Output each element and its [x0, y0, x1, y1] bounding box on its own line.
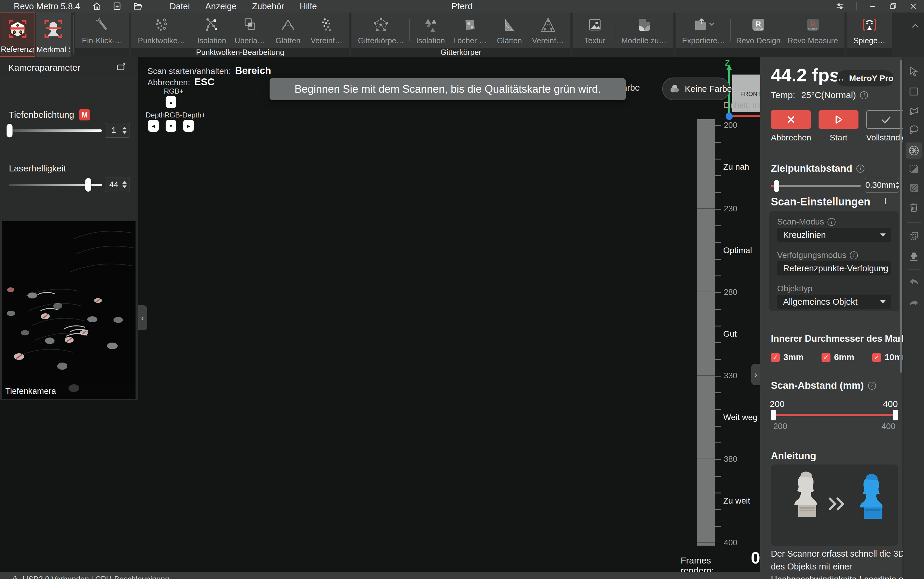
meter-zone: Weit weg	[723, 413, 758, 422]
sphere-select-icon[interactable]	[906, 142, 922, 159]
depth-camera-preview: Tiefenkamera	[2, 221, 135, 399]
laser-brightness-slider-handle[interactable]	[85, 178, 91, 192]
rectangle-select-icon[interactable]	[908, 85, 920, 98]
polygon-select-icon[interactable]	[908, 105, 920, 117]
right-panel-expand-handle[interactable]: ›	[751, 364, 760, 385]
x-icon	[786, 114, 796, 124]
stepper-icon[interactable]	[122, 127, 127, 134]
referenzpunkte-icon	[8, 13, 28, 45]
menu-zubehoer[interactable]: Zubehör	[252, 2, 284, 11]
undock-icon[interactable]	[116, 61, 127, 73]
ribbon-collapse-icon[interactable]	[911, 23, 919, 29]
range-min-handle[interactable]	[771, 410, 776, 420]
stepper-icon[interactable]	[895, 182, 900, 189]
checkbox-checked-icon	[872, 353, 881, 362]
ribbon-item-revo-design[interactable]: RDESIGN Revo Design	[732, 15, 784, 45]
collapse-section-icon[interactable]	[885, 198, 886, 203]
merge-models-icon	[636, 15, 652, 34]
object-type-dropdown[interactable]: Allgemeines Objekt	[777, 294, 891, 309]
marker-3mm-checkbox[interactable]: 3mm	[771, 352, 803, 362]
left-panel-collapse-handle[interactable]: ‹	[138, 305, 147, 330]
ribbon-item-isolation-mesh[interactable]: Isolation	[411, 15, 450, 45]
delete-selection-icon[interactable]	[908, 201, 920, 213]
ribbon-item-punktwolke[interactable]: Punktwolke…	[134, 15, 189, 45]
meter-zone: Zu weit	[723, 496, 750, 505]
ribbon-item-spiegeln[interactable]: Spiege…	[850, 15, 889, 45]
ribbon-item-ueberlappung[interactable]: Überla…	[231, 15, 269, 45]
meter-bound: 280	[724, 288, 737, 297]
info-icon[interactable]	[850, 251, 858, 259]
ribbon-item-glaetten-mesh[interactable]: Glätten	[490, 15, 528, 45]
target-distance-value[interactable]: 0.30mm	[865, 178, 899, 193]
home-icon[interactable]	[92, 2, 101, 11]
info-icon[interactable]	[856, 165, 864, 173]
new-file-icon[interactable]	[112, 2, 122, 11]
ribbon-item-loecher[interactable]: Löcher …	[450, 15, 490, 45]
meter-zone: Zu nah	[723, 162, 749, 172]
ribbon-item-ein-klick[interactable]: Ein-Klick-…	[78, 15, 126, 45]
cancel-scan-button[interactable]	[771, 110, 811, 129]
depth-exposure-value[interactable]: 1	[105, 123, 130, 138]
close-button[interactable]	[909, 2, 917, 10]
range-min-sub: 200	[773, 422, 787, 431]
scan-range-slider[interactable]	[771, 414, 898, 416]
ribbon-item-textur[interactable]: Textur	[576, 15, 614, 45]
ribbon-item-vereinfachen-mesh[interactable]: Vereinf…	[528, 15, 567, 45]
stepper-icon[interactable]	[122, 181, 127, 188]
deselect-icon[interactable]	[908, 182, 920, 195]
panel-settings-icon[interactable]	[836, 2, 844, 11]
laser-brightness-value[interactable]: 44	[105, 177, 130, 192]
depth-exposure-slider-handle[interactable]	[7, 124, 13, 137]
device-button[interactable]: ↔ MetroY Pro	[836, 70, 894, 87]
toggle-option-keine-farbe[interactable]: Keine Farbe	[662, 77, 730, 100]
app-title: Revo Metro 5.8.4	[14, 2, 80, 11]
redo-icon[interactable]	[908, 298, 920, 310]
brush-select-icon[interactable]	[908, 250, 920, 262]
menu-anzeige[interactable]: Anzeige	[205, 2, 236, 11]
undo-icon[interactable]	[908, 276, 920, 289]
scan-settings-card: Scan-Modus Kreuzlinien Verfolgungsmodus …	[769, 211, 899, 311]
depth-exposure-slider[interactable]	[9, 129, 102, 132]
statusbar-text: USB3.0 Verbunden | CPU-Beschleunigung	[23, 574, 169, 579]
target-distance-title: Zielpunktabstand	[771, 163, 864, 174]
target-distance-slider-handle[interactable]	[774, 180, 779, 192]
scanned-bust-image	[860, 474, 883, 519]
restore-button[interactable]	[889, 2, 897, 10]
simplify-points-icon	[318, 15, 335, 34]
key-label-rgb-minus: RGB-	[165, 111, 182, 119]
ribbon-tile-referenzpunkte[interactable]: Referenzpu…	[0, 13, 35, 57]
minimize-button[interactable]	[869, 2, 877, 10]
ribbon-item-isolation-punkte[interactable]: Isolation	[193, 15, 231, 45]
isolation-points-icon	[204, 15, 220, 34]
plane-cut-icon[interactable]	[908, 163, 920, 175]
ribbon-item-exportieren[interactable]: Exportiere…	[678, 15, 729, 45]
target-distance-slider[interactable]	[771, 185, 861, 186]
menu-hilfe[interactable]: Hilfe	[300, 2, 317, 11]
ribbon-group-export: Exportiere… RDESIGN Revo Design RMeasure…	[676, 13, 844, 57]
invert-selection-icon[interactable]	[908, 230, 920, 242]
lasso-select-icon[interactable]	[908, 123, 920, 136]
menu-datei[interactable]: Datei	[169, 2, 190, 11]
meter-bound: 330	[724, 371, 737, 380]
panel-scrollbar[interactable]	[900, 60, 902, 373]
ribbon-item-gitterkoerper[interactable]: Gitterkörpe…	[354, 15, 408, 45]
tracking-mode-dropdown[interactable]: Referenzpunkte-Verfolgung	[777, 261, 891, 275]
ribbon-item-vereinfachen-punkte[interactable]: Vereinf…	[307, 15, 346, 45]
start-scan-button[interactable]	[818, 110, 859, 129]
manual-mode-badge[interactable]: M	[79, 109, 90, 121]
ribbon-item-modelle[interactable]: Modelle zu…	[618, 15, 670, 45]
select-cursor-icon[interactable]	[908, 65, 920, 77]
open-folder-icon[interactable]	[133, 2, 142, 11]
checkbox-checked-icon	[771, 353, 780, 362]
info-icon[interactable]	[828, 218, 836, 226]
ribbon-item-revo-measure[interactable]: RMeasure Revo Measure	[784, 15, 841, 45]
ribbon-toolbar: Referenzpu… Merkmal-S…	[0, 13, 924, 57]
info-icon[interactable]	[868, 382, 876, 390]
ribbon-tile-merkmale[interactable]: Merkmal-S…	[36, 13, 71, 57]
info-icon[interactable]	[860, 91, 868, 99]
meter-unit-label: Einheit: mm	[723, 101, 766, 110]
scan-mode-dropdown[interactable]: Kreuzlinien	[777, 228, 891, 242]
range-max-handle[interactable]	[893, 410, 898, 420]
marker-6mm-checkbox[interactable]: 6mm	[821, 352, 854, 362]
ribbon-item-glaetten-punkte[interactable]: Glätten	[269, 15, 307, 45]
